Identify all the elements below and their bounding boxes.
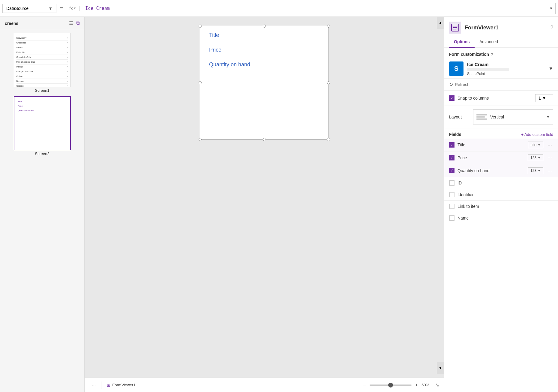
list-item: Strawberry› (16, 36, 68, 40)
thumb2-title: Title (18, 100, 67, 103)
field-type-qty[interactable]: 123 ▼ (528, 167, 543, 174)
list-item: Coffee› (16, 74, 68, 79)
snap-row: ✓ Snap to columns 1 ▼ (444, 91, 558, 106)
field-checkbox-price[interactable]: ✓ (449, 155, 454, 160)
source-name: Ice Cream (467, 62, 545, 67)
handle-top-right[interactable] (327, 25, 330, 28)
list-item: Chocolate› (16, 40, 68, 45)
fields-header: Fields + Add custom field (444, 128, 558, 139)
top-bar: DataSource ▼ = fx ▼ 'Ice Cream' ▼ (0, 0, 558, 17)
handle-bottom-left[interactable] (199, 138, 202, 141)
screen2-thumb: Title Price Quantity on hand (14, 96, 71, 150)
handle-mid-left[interactable] (199, 81, 202, 84)
zoom-in-btn[interactable]: + (413, 382, 420, 388)
fx-chevron: ▼ (549, 6, 553, 10)
field-checkbox-title[interactable]: ✓ (449, 142, 454, 148)
snap-checkbox[interactable]: ✓ (449, 95, 454, 101)
field-row-title: ✓ Title abc ▼ ··· (444, 139, 558, 151)
expand-btn[interactable]: ⤡ (435, 382, 439, 388)
checkbox-check: ✓ (450, 96, 453, 100)
layout-chevron: ▼ (546, 115, 550, 119)
screen1-list: Strawberry› Chocolate› Vanilla› Pistachi… (14, 33, 70, 87)
field-more-price[interactable]: ··· (546, 155, 553, 161)
add-custom-field-btn[interactable]: + Add custom field (521, 132, 553, 137)
scroll-down-btn[interactable]: ▼ (437, 362, 444, 374)
datasource-dropdown[interactable]: DataSource ▼ (2, 4, 56, 13)
snap-label: Snap to columns (458, 96, 532, 100)
form-field-qty: Quantity on hand (209, 61, 320, 68)
field-checkbox-name[interactable] (449, 215, 454, 221)
list-view-icon[interactable]: ☰ (69, 20, 73, 26)
field-name-id: ID (458, 181, 553, 185)
list-item: Coconut› (16, 84, 68, 87)
field-check-price: ✓ (450, 156, 453, 160)
handle-bottom-center[interactable] (263, 138, 266, 141)
field-more-qty[interactable]: ··· (546, 168, 553, 174)
layout-line1 (476, 114, 487, 115)
handle-bottom-right[interactable] (327, 138, 330, 141)
zoom-out-btn[interactable]: − (361, 382, 368, 388)
source-chevron[interactable]: ▼ (548, 66, 553, 71)
layout-icon (476, 112, 487, 122)
grid-view-icon[interactable]: ⧉ (76, 20, 80, 26)
field-row-link: Link to item (444, 201, 558, 212)
zoom-slider[interactable] (370, 385, 412, 386)
form-field-price: Price (209, 47, 320, 53)
handle-top-center[interactable] (263, 25, 266, 28)
field-row-price: ✓ Price 123 ▼ ··· (444, 151, 558, 164)
field-check-qty: ✓ (450, 169, 453, 173)
ellipsis-btn[interactable]: ··· (89, 381, 98, 389)
refresh-label: Refresh (455, 82, 470, 87)
columns-value: 1 (538, 96, 541, 100)
fields-list: ✓ Title abc ▼ ··· ✓ Price 123 ▼ · (444, 139, 558, 392)
field-checkbox-link[interactable] (449, 204, 454, 209)
field-checkbox-identifier[interactable] (449, 192, 454, 197)
field-type-price[interactable]: 123 ▼ (528, 154, 543, 161)
layout-label: Layout (449, 115, 473, 119)
list-item: Banana› (16, 79, 68, 84)
screen1-item[interactable]: Strawberry› Chocolate› Vanilla› Pistachi… (3, 33, 81, 93)
layout-line3 (476, 118, 487, 120)
fx-label: fx ▼ (70, 6, 80, 11)
layout-selector[interactable]: Vertical ▼ (473, 109, 553, 124)
form-viewer-tab[interactable]: ⊞ FormViewer1 (104, 382, 138, 389)
field-name-price: Price (458, 155, 525, 160)
tab-options[interactable]: Options (449, 36, 475, 48)
source-type: SharePoint (467, 72, 545, 76)
list-item: Pistachio› (16, 50, 68, 55)
handle-top-left[interactable] (199, 25, 202, 28)
form-viewer-label: FormViewer1 (112, 383, 135, 387)
field-more-title[interactable]: ··· (546, 142, 553, 148)
refresh-icon: ↻ (449, 82, 453, 87)
field-row-id: ID (444, 177, 558, 189)
list-item: Mint Chocolate Chip› (16, 60, 68, 64)
field-checkbox-qty[interactable]: ✓ (449, 168, 454, 173)
layout-line2 (476, 116, 485, 118)
section-help-icon[interactable]: ? (491, 52, 493, 57)
field-checkbox-id[interactable] (449, 180, 454, 186)
source-row: S Ice Cream SharePoint ▼ (444, 59, 558, 79)
formula-bar[interactable]: fx ▼ 'Ice Cream' ▼ (67, 3, 556, 14)
screen2-item[interactable]: Title Price Quantity on hand Screen2 (3, 96, 81, 156)
field-type-title[interactable]: abc ▼ (528, 142, 543, 148)
screen1-thumb: Strawberry› Chocolate› Vanilla› Pistachi… (14, 33, 71, 87)
equals-sign: = (58, 5, 66, 11)
sharepoint-icon: S (449, 61, 464, 76)
field-check-title: ✓ (450, 143, 453, 147)
main-layout: creens ☰ ⧉ Strawberry› Chocolate› Vanill… (0, 17, 558, 392)
datasource-label: DataSource (6, 6, 28, 11)
screens-list: Strawberry› Chocolate› Vanilla› Pistachi… (0, 30, 84, 159)
field-name-identifier: Identifier (458, 192, 553, 197)
tab-advanced[interactable]: Advanced (475, 36, 503, 48)
zoom-thumb[interactable] (388, 383, 393, 388)
refresh-btn[interactable]: ↻ Refresh (444, 79, 558, 91)
layout-row: Layout Vertical ▼ (444, 106, 558, 128)
field-row-qty: ✓ Quantity on hand 123 ▼ ··· (444, 164, 558, 177)
columns-chevron: ▼ (542, 96, 546, 100)
form-customization-title: Form customization ? (444, 48, 558, 59)
handle-mid-right[interactable] (327, 81, 330, 84)
field-name-qty: Quantity on hand (458, 168, 525, 173)
columns-dropdown[interactable]: 1 ▼ (535, 94, 553, 102)
screens-title: creens (5, 21, 18, 26)
help-icon[interactable]: ? (550, 25, 553, 30)
